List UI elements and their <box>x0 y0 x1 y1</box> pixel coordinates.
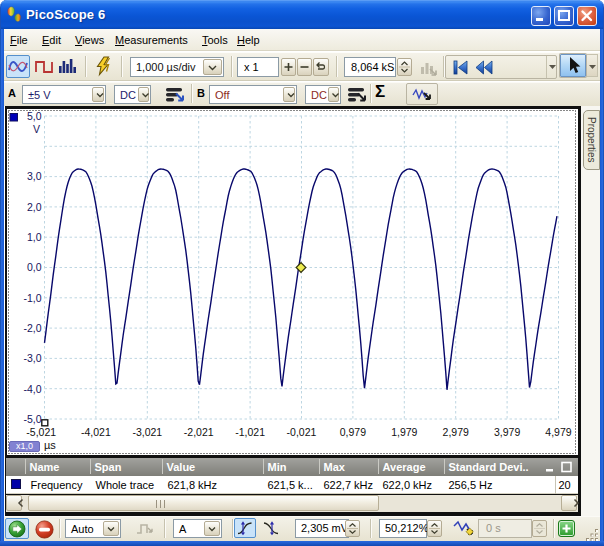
svg-text:0,979: 0,979 <box>340 426 366 438</box>
svg-text:2,0: 2,0 <box>27 201 42 213</box>
svg-text:5,0: 5,0 <box>27 110 42 122</box>
svg-text:-1,021: -1,021 <box>235 426 265 438</box>
svg-text:3,979: 3,979 <box>494 426 520 438</box>
svg-text:-3,021: -3,021 <box>132 426 162 438</box>
svg-text:-1,0: -1,0 <box>23 292 41 304</box>
svg-text:-0,021: -0,021 <box>287 426 317 438</box>
svg-text:-5,021: -5,021 <box>26 426 56 438</box>
svg-text:2,979: 2,979 <box>443 426 469 438</box>
svg-text:0,0: 0,0 <box>27 261 42 273</box>
svg-text:-3,0: -3,0 <box>23 352 41 364</box>
svg-text:1,979: 1,979 <box>391 426 417 438</box>
svg-text:-2,0: -2,0 <box>23 322 41 334</box>
svg-text:-5,0: -5,0 <box>23 413 41 425</box>
svg-text:3,0: 3,0 <box>27 170 42 182</box>
svg-text:1,0: 1,0 <box>27 231 42 243</box>
svg-text:-2,021: -2,021 <box>184 426 214 438</box>
svg-text:-4,0: -4,0 <box>23 383 41 395</box>
svg-text:4,979: 4,979 <box>545 426 571 438</box>
svg-text:-4,021: -4,021 <box>81 426 111 438</box>
svg-text:V: V <box>33 123 40 135</box>
